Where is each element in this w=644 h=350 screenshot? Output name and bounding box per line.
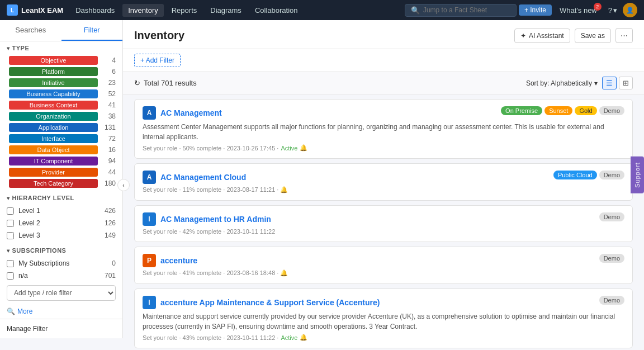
status-active: Active xyxy=(281,334,297,341)
result-meta: Set your role · 11% complete · 2023-08-1… xyxy=(143,186,624,193)
user-avatar[interactable]: 👤 xyxy=(623,3,637,17)
whats-new-badge: 2 xyxy=(594,3,602,11)
results-bar: ↻ Total 701 results Sort by: Alphabetica… xyxy=(123,72,644,94)
filter-na: n/a 701 xyxy=(0,269,122,282)
sort-chevron-icon: ▾ xyxy=(594,79,598,87)
invite-button[interactable]: + Invite xyxy=(519,4,552,16)
result-description: Assessment Center Management supports al… xyxy=(143,122,624,142)
filter-type-platform[interactable]: Platform 6 xyxy=(0,66,122,77)
filter-type-initiative[interactable]: Initiative 23 xyxy=(0,77,122,88)
refresh-icon[interactable]: ↻ xyxy=(134,79,140,87)
result-avatar: A xyxy=(143,171,156,184)
save-as-button[interactable]: Save as xyxy=(575,29,611,43)
level3-label: Level 3 xyxy=(18,231,96,239)
result-item-accenture[interactable]: P accenture Demo Set your role · 41% com… xyxy=(134,247,633,284)
filter-type-objective[interactable]: Objective 4 xyxy=(0,55,122,66)
filter-hierarchy-header[interactable]: ▾ HIERARCHY LEVEL xyxy=(0,191,122,205)
tag-sunset: Sunset xyxy=(544,106,572,115)
nav-inventory[interactable]: Inventory xyxy=(122,4,163,17)
support-button[interactable]: Support xyxy=(631,157,644,193)
filter-type-application[interactable]: Application 131 xyxy=(0,122,122,133)
type-badge-data-object[interactable]: Data Object xyxy=(9,145,98,154)
nav-collaboration[interactable]: Collaboration xyxy=(249,4,304,17)
filter-type-organization[interactable]: Organization 38 xyxy=(0,111,122,122)
type-count-initiative: 23 xyxy=(102,79,116,87)
filter-subscriptions-header[interactable]: ▾ SUBSCRIPTIONS xyxy=(0,244,122,257)
type-role-select[interactable]: Add type / role filter xyxy=(7,285,116,301)
my-subscriptions-count: 0 xyxy=(100,259,116,267)
type-role-filter-dropdown[interactable]: Add type / role filter xyxy=(7,285,116,301)
type-badge-application[interactable]: Application xyxy=(9,123,98,132)
help-button[interactable]: ? ▾ xyxy=(605,4,621,17)
nav-dashboards[interactable]: Dashboards xyxy=(70,4,120,17)
more-filters-link[interactable]: 🔍 More xyxy=(0,304,122,319)
more-options-button[interactable]: ⋯ xyxy=(615,28,633,43)
filter-type-tech-category[interactable]: Tech Category 180 xyxy=(0,178,122,189)
search-input[interactable] xyxy=(423,6,510,14)
type-badge-initiative[interactable]: Initiative xyxy=(9,78,98,87)
ellipsis-icon: ⋯ xyxy=(621,31,628,40)
logo-icon: L xyxy=(7,4,18,16)
nav-reports[interactable]: Reports xyxy=(166,4,203,17)
result-item-accenture-app-maintenance[interactable]: I accenture App Maintenance & Support Se… xyxy=(134,288,633,348)
filter-type-provider[interactable]: Provider 44 xyxy=(0,167,122,178)
tab-filter[interactable]: Filter xyxy=(61,20,123,41)
list-view-button[interactable]: ☰ xyxy=(602,77,617,89)
level2-count: 126 xyxy=(100,219,116,227)
result-item-ac-management-hr-admin[interactable]: I AC Management to HR Admin Demo Set you… xyxy=(134,205,633,242)
chevron-down-icon-subs: ▾ xyxy=(7,248,10,254)
chevron-down-icon: ▾ xyxy=(7,45,10,51)
result-name: accenture App Maintenance & Support Serv… xyxy=(160,298,380,307)
tab-searches[interactable]: Searches xyxy=(0,20,61,41)
result-tags: On Premise Sunset Gold Demo xyxy=(501,106,624,115)
sort-by-control[interactable]: Sort by: Alphabetically ▾ xyxy=(526,79,598,87)
global-search[interactable]: 🔍 xyxy=(405,4,517,17)
type-badge-platform[interactable]: Platform xyxy=(9,67,98,76)
level1-count: 426 xyxy=(100,207,116,215)
level2-checkbox[interactable] xyxy=(7,220,14,227)
type-badge-business-context[interactable]: Business Context xyxy=(9,101,98,110)
page-title: Inventory xyxy=(134,29,184,42)
app-logo[interactable]: L LeanIX EAM xyxy=(7,4,63,16)
tag-demo: Demo xyxy=(599,254,624,263)
filter-type-business-capability[interactable]: Business Capability 52 xyxy=(0,88,122,100)
ai-assistant-button[interactable]: ✦ AI Assistant xyxy=(514,29,570,43)
tag-gold: Gold xyxy=(575,106,596,115)
level3-checkbox[interactable] xyxy=(7,232,14,239)
search-icon-more: 🔍 xyxy=(7,308,15,315)
result-item-ac-management[interactable]: A AC Management On Premise Sunset Gold D… xyxy=(134,99,633,159)
type-badge-it-component[interactable]: IT Component xyxy=(9,157,98,165)
result-description: Maintenance and support service currentl… xyxy=(143,311,624,332)
filter-type-it-component[interactable]: IT Component 94 xyxy=(0,155,122,167)
filter-type-data-object[interactable]: Data Object 16 xyxy=(0,144,122,155)
type-badge-organization[interactable]: Organization xyxy=(9,112,98,121)
more-label: More xyxy=(17,308,32,315)
type-count-objective: 4 xyxy=(102,56,116,64)
my-subscriptions-checkbox[interactable] xyxy=(7,260,14,267)
level1-checkbox[interactable] xyxy=(7,207,14,215)
type-badge-interface[interactable]: Interface xyxy=(9,134,98,143)
type-badge-provider[interactable]: Provider xyxy=(9,168,98,177)
add-filter-button[interactable]: + Add Filter xyxy=(134,54,181,67)
type-badge-objective[interactable]: Objective xyxy=(9,56,98,65)
sidebar-collapse-button[interactable]: ‹ xyxy=(117,179,130,191)
grid-view-button[interactable]: ⊞ xyxy=(619,77,633,89)
invite-label: + Invite xyxy=(524,6,546,14)
result-item-ac-management-cloud[interactable]: A AC Management Cloud Public Cloud Demo … xyxy=(134,163,633,201)
filter-type-interface[interactable]: Interface 72 xyxy=(0,133,122,144)
manage-filter-link[interactable]: Manage Filter xyxy=(0,319,122,338)
type-count-data-object: 16 xyxy=(102,146,116,154)
chevron-down-icon-hierarchy: ▾ xyxy=(7,195,10,201)
na-checkbox[interactable] xyxy=(7,272,14,280)
nav-diagrams[interactable]: Diagrams xyxy=(205,4,247,17)
type-badge-tech-category[interactable]: Tech Category xyxy=(9,179,98,188)
filter-section-subscriptions: ▾ SUBSCRIPTIONS My Subscriptions 0 n/a 7… xyxy=(0,244,122,282)
type-count-tech-category: 180 xyxy=(102,179,116,187)
type-count-application: 131 xyxy=(102,124,116,131)
whats-new-button[interactable]: What's new 2 xyxy=(554,4,603,17)
level2-label: Level 2 xyxy=(18,219,96,227)
filter-type-business-context[interactable]: Business Context 41 xyxy=(0,100,122,111)
type-badge-business-capability[interactable]: Business Capability xyxy=(9,89,98,98)
sidebar-scroll-area: ▾ TYPE Objective 4 Platform 6 Initiative xyxy=(0,41,122,319)
filter-type-header[interactable]: ▾ TYPE xyxy=(0,41,122,55)
